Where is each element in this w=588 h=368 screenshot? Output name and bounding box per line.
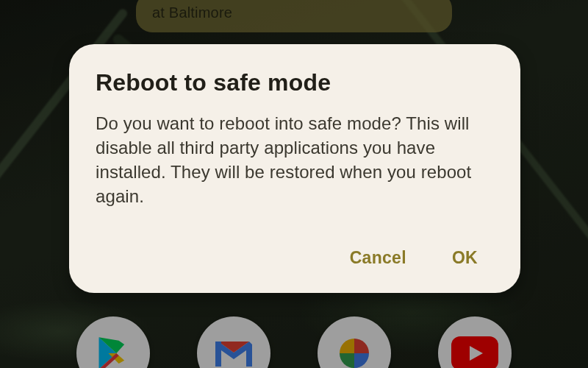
cancel-button[interactable]: Cancel [347, 242, 409, 274]
safe-mode-dialog: Reboot to safe mode Do you want to reboo… [69, 44, 520, 293]
dialog-title: Reboot to safe mode [96, 69, 494, 96]
ok-button[interactable]: OK [449, 242, 481, 274]
dialog-body: Do you want to reboot into safe mode? Th… [96, 111, 494, 208]
dialog-actions: Cancel OK [96, 242, 494, 274]
